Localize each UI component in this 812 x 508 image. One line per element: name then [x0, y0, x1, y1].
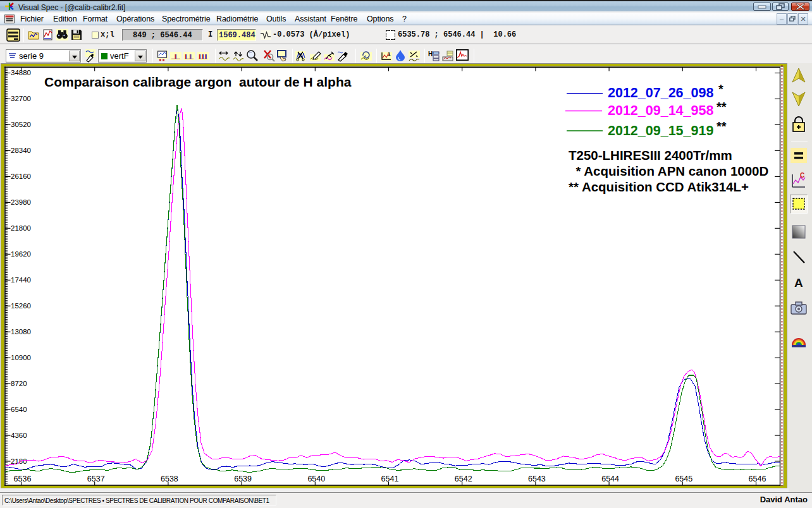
svg-text:6546: 6546 [749, 475, 766, 483]
svg-text:6536: 6536 [14, 475, 32, 483]
svg-text:15260: 15260 [11, 302, 31, 310]
svg-text:26160: 26160 [11, 172, 31, 180]
svg-text:21800: 21800 [11, 224, 31, 232]
svg-text:19620: 19620 [11, 250, 31, 258]
svg-text:A: A [794, 276, 803, 289]
svg-text:4360: 4360 [11, 432, 27, 439]
svg-text:T250-LHIRESIII 2400Tr/mm: T250-LHIRESIII 2400Tr/mm [569, 148, 732, 162]
svg-text:2012_09_14_958: 2012_09_14_958 [608, 103, 713, 118]
svg-text:** Acquisition CCD Atik314L+: ** Acquisition CCD Atik314L+ [569, 179, 749, 194]
svg-text:8720: 8720 [11, 380, 27, 387]
svg-text:2012_07_26_098: 2012_07_26_098 [608, 85, 713, 100]
svg-text:**: ** [717, 119, 727, 133]
svg-text:6539: 6539 [234, 475, 252, 483]
svg-text:Comparaison calibrage argon a: Comparaison calibrage argon autour de H … [44, 75, 352, 89]
svg-text:2012_09_15_919: 2012_09_15_919 [608, 123, 713, 138]
svg-text:13080: 13080 [11, 328, 31, 336]
svg-text:6545: 6545 [675, 475, 692, 483]
svg-text:28340: 28340 [11, 147, 31, 154]
svg-text:* Acquisition APN canon 1000D: * Acquisition APN canon 1000D [569, 164, 768, 178]
svg-text:6543: 6543 [528, 475, 546, 483]
svg-text:10900: 10900 [11, 354, 31, 361]
svg-text:30520: 30520 [11, 121, 31, 128]
svg-text:6544: 6544 [601, 475, 619, 483]
svg-text:6542: 6542 [455, 475, 472, 483]
svg-text:32700: 32700 [11, 95, 31, 102]
svg-text:2180: 2180 [11, 457, 27, 465]
svg-text:*: * [718, 82, 723, 96]
svg-text:**: ** [717, 100, 727, 114]
svg-text:6538: 6538 [161, 475, 178, 483]
svg-text:C: C [800, 172, 804, 179]
svg-text:6540: 6540 [307, 475, 325, 483]
svg-text:23980: 23980 [11, 198, 31, 206]
svg-text:6541: 6541 [381, 475, 399, 483]
svg-text:17440: 17440 [11, 276, 31, 284]
svg-text:6537: 6537 [87, 475, 105, 483]
svg-text:6540: 6540 [11, 406, 27, 413]
